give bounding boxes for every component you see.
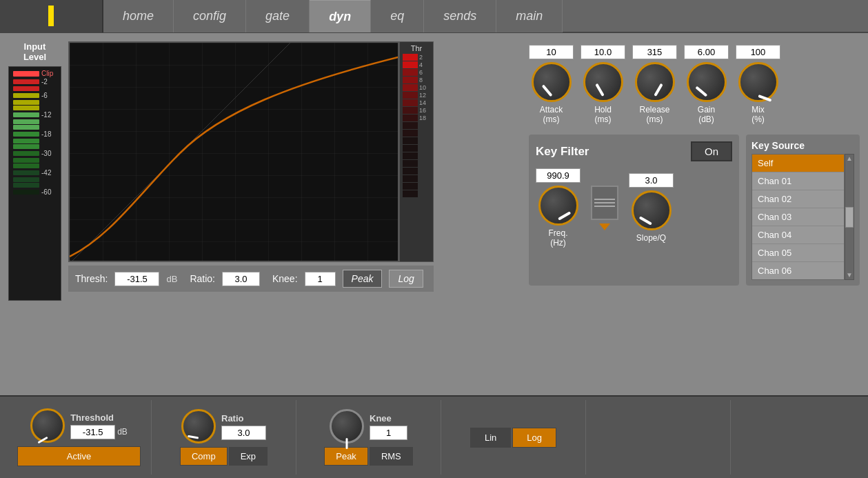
meter-segment-neg12: -12 [13,111,57,119]
key-source-item-chan02[interactable]: Chan 02 [752,190,844,208]
ratio-input[interactable] [222,272,260,286]
meter-segment [13,106,57,110]
threshold-row: Threshold dB [30,408,128,443]
freq-control: Freq.(Hz) [536,168,581,248]
hold-knob[interactable] [583,62,623,102]
meter-segment [13,139,57,143]
graph-and-vu: Thr 2 4 6 [68,41,434,262]
meter-segment [13,100,57,105]
tab-main[interactable]: main [496,0,563,32]
top-controls-row: Attack(ms) Hold(ms) Release(ms) [529,41,860,128]
vu-row [403,145,430,152]
compressor-graph [68,41,399,262]
tab-config[interactable]: config [174,0,246,32]
graph-controls: Thresh: dB Ratio: Knee: Peak Log [68,266,434,292]
peak-button[interactable]: Peak [343,270,383,288]
main-content: InputLevel Clip -2 [0,33,868,395]
vu-row: 4 [403,61,430,68]
vu-row [403,152,430,159]
key-filter-on-button[interactable]: On [691,141,732,161]
graph-grid [70,43,399,262]
freq-knob[interactable] [538,186,578,226]
slope-control: Slope/Q [629,173,674,243]
vu-row [403,160,430,167]
thresh-unit: dB [166,274,177,284]
bottom-right-panels: Key Filter On Freq.(Hz) [529,135,860,286]
tab-home[interactable]: home [103,0,174,32]
attack-value-input[interactable] [529,45,574,59]
mix-knob[interactable] [738,62,778,102]
threshold-input[interactable] [70,425,115,439]
mix-label: Mix(%) [751,105,765,124]
key-source-item-chan01[interactable]: Chan 01 [752,172,844,190]
peak-button-bot[interactable]: Peak [324,447,368,466]
rms-button[interactable]: RMS [370,447,413,466]
vu-row: 14 [403,99,430,106]
ratio-knob[interactable] [181,409,216,444]
freq-value-input[interactable] [536,168,581,183]
hold-value-input[interactable] [581,45,625,59]
vu-meter-segments: 2 4 6 8 [403,54,430,197]
gain-value-input[interactable] [684,45,729,59]
nav-bar: home config gate dyn eq sends main [0,0,868,33]
thresh-label: Thresh: [75,273,108,284]
threshold-label: Threshold [70,412,128,423]
thresh-input[interactable] [114,272,159,286]
tab-eq[interactable]: eq [371,0,424,32]
active-button[interactable]: Active [17,446,141,466]
release-knob[interactable] [635,62,675,102]
key-source-item-self[interactable]: Self [752,155,844,172]
filter-down-arrow [599,223,610,230]
key-source-item-chan06[interactable]: Chan 06 [752,262,844,279]
gain-control: Gain(dB) [684,45,729,124]
tab-sends[interactable]: sends [424,0,496,32]
exp-button[interactable]: Exp [229,447,268,466]
slope-value-input[interactable] [629,173,674,188]
lin-button[interactable]: Lin [470,428,511,448]
tab-gate[interactable]: gate [246,0,310,32]
release-control: Release(ms) [632,45,677,124]
tab-dyn[interactable]: dyn [310,0,371,32]
input-level-label: InputLevel [23,41,46,62]
hold-control: Hold(ms) [581,45,625,124]
comp-button[interactable]: Comp [180,447,228,466]
threshold-value-area: Threshold dB [70,412,128,439]
log-button-bot[interactable]: Log [512,428,556,448]
ratio-row: Ratio [181,409,266,444]
meter-segment-neg6: -6 [13,92,57,99]
graph-area: Thr 2 4 6 [68,41,434,387]
key-source-item-chan04[interactable]: Chan 04 [752,226,844,244]
filter-icon[interactable] [591,186,618,220]
threshold-knob[interactable] [30,408,65,443]
mix-value-input[interactable] [736,45,780,59]
meter-segment [13,177,57,182]
knee-value-area: Knee [370,413,407,440]
threshold-section: Threshold dB Active [7,400,152,475]
key-filter-panel: Key Filter On Freq.(Hz) [529,135,739,286]
ratio-label: Ratio [221,413,266,424]
knee-knob[interactable] [330,409,364,444]
meter-segment [13,125,57,130]
log-button[interactable]: Log [389,270,423,288]
meter-segment [13,144,57,149]
ratio-input[interactable] [221,426,266,440]
key-source-item-chan03[interactable]: Chan 03 [752,208,844,226]
meter-segment-neg2: -2 [13,78,57,86]
key-source-item-chan05[interactable]: Chan 05 [752,244,844,262]
logo-bar [48,6,54,26]
meter-segment [13,183,57,188]
attack-knob[interactable] [532,62,572,102]
slope-knob[interactable] [632,190,672,230]
meter-segment [13,163,57,168]
key-source-scrollbar[interactable]: ▲ ▼ [845,154,854,280]
vu-row: 18 [403,114,430,121]
vu-row: 8 [403,77,430,83]
attack-control: Attack(ms) [529,45,574,124]
gain-knob[interactable] [687,62,727,102]
lin-log-row: Lin Log [470,428,556,448]
knee-input[interactable] [370,426,407,440]
release-value-input[interactable] [632,45,677,59]
knee-input[interactable] [305,272,336,286]
key-filter-controls: Freq.(Hz) [536,168,732,248]
meter-segment-neg60: -60 [13,188,57,196]
